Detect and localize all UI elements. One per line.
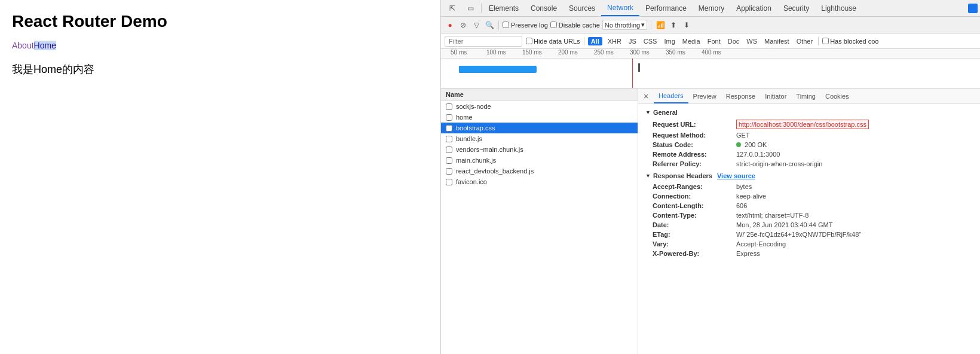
tab-security[interactable]: Security xyxy=(777,0,815,16)
hide-data-urls-checkbox[interactable]: Hide data URLs xyxy=(526,38,580,45)
file-item-bootstrap[interactable]: bootstrap.css xyxy=(441,123,638,133)
accept-ranges-value: bytes xyxy=(736,183,752,190)
request-url-value[interactable]: http://localhost:3000/dean/css/bootstrap… xyxy=(736,120,869,129)
file-item-sockjs[interactable]: sockjs-node xyxy=(441,101,638,112)
about-link[interactable]: About xyxy=(12,41,34,50)
status-code-text: 200 OK xyxy=(745,141,767,148)
file-item-vendors[interactable]: vendors~main.chunk.js xyxy=(441,144,638,155)
details-tab-headers[interactable]: Headers xyxy=(654,89,688,103)
vary-row: Vary: Accept-Encoding xyxy=(645,240,973,248)
record-button[interactable]: ● xyxy=(445,20,455,30)
file-item-favicon-checkbox[interactable] xyxy=(446,179,452,185)
export-button[interactable]: ⬇ xyxy=(681,20,692,30)
details-tab-cookies[interactable]: Cookies xyxy=(820,89,854,103)
disable-cache-checkbox[interactable]: Disable cache xyxy=(550,22,600,29)
has-blocked-input[interactable] xyxy=(822,38,829,44)
filter-other-button[interactable]: Other xyxy=(795,37,815,45)
file-item-react-devtools[interactable]: react_devtools_backend.js xyxy=(441,166,638,176)
connection-row: Connection: keep-alive xyxy=(645,193,973,200)
status-code-row: Status Code: 200 OK xyxy=(645,141,973,148)
filter-font-button[interactable]: Font xyxy=(706,37,722,45)
hide-data-urls-label: Hide data URLs xyxy=(534,38,580,45)
file-item-bundle[interactable]: bundle.js xyxy=(441,133,638,144)
tab-cursor-icon[interactable]: ⇱ xyxy=(443,0,461,16)
details-tab-initiator[interactable]: Initiator xyxy=(760,89,791,103)
file-item-bundle-name: bundle.js xyxy=(456,135,482,142)
tab-elements[interactable]: Elements xyxy=(483,0,525,16)
devtools-settings-icon[interactable] xyxy=(968,4,978,13)
file-item-main-chunk-checkbox[interactable] xyxy=(446,157,452,164)
file-item-favicon[interactable]: favicon.ico xyxy=(441,176,638,187)
throttle-select[interactable]: No throttling ▾ xyxy=(602,20,647,30)
clear-button[interactable]: ▽ xyxy=(471,20,482,30)
tab-performance[interactable]: Performance xyxy=(639,0,693,16)
filter-media-button[interactable]: Media xyxy=(681,37,702,45)
file-item-sockjs-name: sockjs-node xyxy=(456,103,491,110)
details-tab-response[interactable]: Response xyxy=(721,89,761,103)
tab-network[interactable]: Network xyxy=(601,0,639,16)
filter-manifest-button[interactable]: Manifest xyxy=(762,37,791,45)
stop-button[interactable]: ⊘ xyxy=(458,20,468,30)
filter-input[interactable] xyxy=(445,36,522,47)
tab-memory[interactable]: Memory xyxy=(693,0,730,16)
content-length-value: 606 xyxy=(736,202,747,209)
date-label: Date: xyxy=(653,221,736,228)
file-item-bundle-checkbox[interactable] xyxy=(446,136,452,142)
preserve-log-input[interactable] xyxy=(503,22,509,28)
referrer-policy-row: Referrer Policy: strict-origin-when-cros… xyxy=(645,160,973,167)
request-url-label: Request URL: xyxy=(653,121,736,128)
status-code-value: 200 OK xyxy=(736,141,767,148)
filter-ws-button[interactable]: WS xyxy=(745,37,759,45)
general-section-header[interactable]: ▼ General xyxy=(645,109,973,116)
import-button[interactable]: ⬆ xyxy=(668,20,679,30)
preserve-log-checkbox[interactable]: Preserve log xyxy=(503,22,548,29)
file-item-react-devtools-name: react_devtools_backend.js xyxy=(456,167,534,175)
request-url-row: Request URL: http://localhost:3000/dean/… xyxy=(645,120,973,129)
filter-img-button[interactable]: Img xyxy=(662,37,676,45)
filter-all-button[interactable]: All xyxy=(588,37,602,45)
search-button[interactable]: 🔍 xyxy=(484,20,495,30)
tab-sources[interactable]: Sources xyxy=(563,0,601,16)
details-tab-preview[interactable]: Preview xyxy=(688,89,721,103)
file-item-home-checkbox[interactable] xyxy=(446,114,452,121)
filter-doc-button[interactable]: Doc xyxy=(726,37,742,45)
timeline-tick-5: 300 ms xyxy=(629,49,664,56)
file-item-main-chunk[interactable]: main.chunk.js xyxy=(441,155,638,166)
filter-js-button[interactable]: JS xyxy=(627,37,638,45)
filter-xhr-button[interactable]: XHR xyxy=(606,37,623,45)
hide-data-urls-input[interactable] xyxy=(526,38,532,44)
tab-lighthouse[interactable]: Lighthouse xyxy=(815,0,862,16)
details-close-button[interactable]: × xyxy=(641,91,651,102)
tab-console[interactable]: Console xyxy=(525,0,563,16)
file-item-sockjs-checkbox[interactable] xyxy=(446,103,452,110)
details-tabs: × Headers Preview Response Initiator Tim… xyxy=(638,89,980,104)
home-link[interactable]: Home xyxy=(34,41,56,50)
file-item-react-devtools-checkbox[interactable] xyxy=(446,168,452,175)
file-list: Name sockjs-node home bootstrap.css bund… xyxy=(441,89,638,354)
timeline-tick-7: 400 ms xyxy=(700,49,736,56)
general-triangle-icon: ▼ xyxy=(645,109,651,115)
tab-mobile-icon[interactable]: ▭ xyxy=(461,0,480,16)
file-item-bootstrap-checkbox[interactable] xyxy=(446,125,452,132)
file-item-home[interactable]: home xyxy=(441,112,638,123)
disable-cache-input[interactable] xyxy=(550,22,557,28)
tab-application[interactable]: Application xyxy=(730,0,777,16)
etag-row: ETag: W/"25e-fcQ1dz64+19xQNW7DFb/RjF/k48… xyxy=(645,231,973,238)
vary-value: Accept-Encoding xyxy=(736,240,786,248)
has-blocked-label: Has blocked coo xyxy=(830,38,878,45)
view-source-link[interactable]: View source xyxy=(717,172,755,179)
page-content: 我是Home的内容 xyxy=(12,62,428,77)
request-method-label: Request Method: xyxy=(653,132,736,139)
details-content: ▼ General Request URL: http://localhost:… xyxy=(638,104,980,264)
file-item-vendors-checkbox[interactable] xyxy=(446,147,452,153)
request-method-value: GET xyxy=(736,132,750,139)
response-headers-section-header[interactable]: ▼ Response Headers View source xyxy=(645,172,973,179)
timeline-vline-red xyxy=(632,59,633,89)
has-blocked-checkbox[interactable]: Has blocked coo xyxy=(822,38,878,45)
filter-css-button[interactable]: CSS xyxy=(642,37,659,45)
x-powered-by-label: X-Powered-By: xyxy=(653,250,736,257)
network-conditions-button[interactable]: 📶 xyxy=(655,20,666,30)
x-powered-by-row: X-Powered-By: Express xyxy=(645,250,973,257)
details-panel: × Headers Preview Response Initiator Tim… xyxy=(638,89,980,354)
details-tab-timing[interactable]: Timing xyxy=(791,89,820,103)
